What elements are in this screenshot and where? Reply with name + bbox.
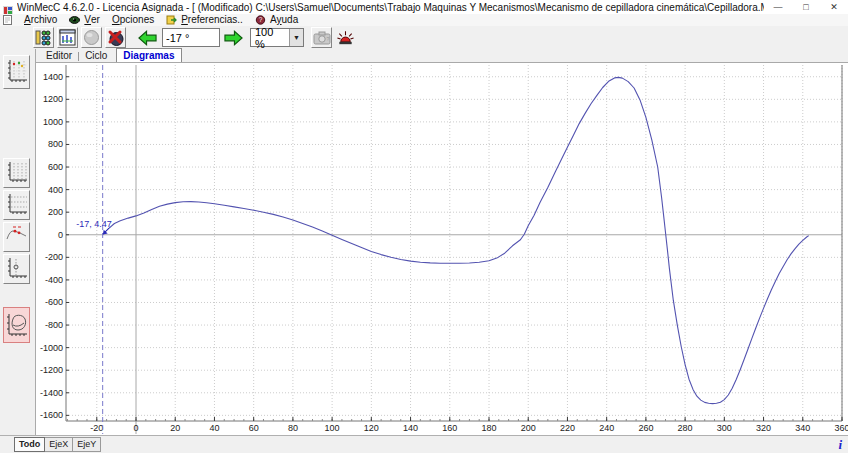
sidebar-button-horizontal-grid[interactable] xyxy=(3,190,30,220)
menu-ver[interactable]: Ver xyxy=(63,14,106,26)
svg-text:400: 400 xyxy=(48,185,63,195)
svg-text:140: 140 xyxy=(403,423,418,433)
sphere-icon xyxy=(83,29,100,46)
info-icon[interactable]: i xyxy=(838,437,842,453)
green-left-arrow-icon xyxy=(138,29,157,47)
diagram-window-icon xyxy=(59,29,76,46)
svg-text:40: 40 xyxy=(209,423,219,433)
app-icon xyxy=(3,2,13,12)
svg-text:800: 800 xyxy=(48,139,63,149)
svg-text:1000: 1000 xyxy=(43,117,63,127)
diagram-multi-curves-icon xyxy=(6,59,28,85)
preferences-icon xyxy=(166,15,177,25)
menubar: Archivo Ver Opciones Preferencias.. ? Ay… xyxy=(0,14,848,26)
diagram-panel[interactable]: -200204060801001201401601802002202402602… xyxy=(36,62,848,435)
svg-text:100: 100 xyxy=(325,423,340,433)
tab-diagramas[interactable]: Diagramas xyxy=(116,48,181,62)
diagram-vertical-grid-icon xyxy=(6,161,28,185)
mechanism-icon xyxy=(35,29,52,46)
window-title: WinMecC 4.6.2.0 - Licencia Asignada - [ … xyxy=(17,2,764,13)
stop-x-icon xyxy=(107,29,125,47)
diagram-curve xyxy=(103,77,809,403)
diagram-type-sidebar xyxy=(0,49,36,435)
snapshot-button-disabled[interactable]: ? xyxy=(311,27,332,48)
chart-gridlines xyxy=(66,65,842,421)
help-icon: ? xyxy=(255,15,266,25)
zoom-combobox[interactable]: 100 % ▼ xyxy=(250,28,304,47)
sidebar-button-curve-values[interactable] xyxy=(3,222,30,252)
sidebar-button-point-coordinates[interactable] xyxy=(3,254,30,284)
svg-text:0: 0 xyxy=(58,230,63,240)
svg-text:1200: 1200 xyxy=(43,94,63,104)
svg-text:0: 0 xyxy=(134,423,139,433)
svg-text:80: 80 xyxy=(288,423,298,433)
angle-forward-button[interactable] xyxy=(223,27,244,48)
y-axis-labels: -1600-1400-1200-1000-800-600-400-2000200… xyxy=(40,72,63,421)
menu-archivo[interactable]: Archivo xyxy=(18,14,63,26)
eye-icon xyxy=(69,15,80,25)
svg-text:200: 200 xyxy=(521,423,536,433)
tab-ejex[interactable]: EjeX xyxy=(44,437,73,452)
view-tabs: Editor Ciclo Diagramas xyxy=(36,49,848,62)
svg-text:200: 200 xyxy=(48,207,63,217)
window-controls: — □ ✕ xyxy=(764,0,848,14)
zoom-value: 100 % xyxy=(251,26,289,50)
diagram-point-coordinate-icon xyxy=(6,257,28,281)
svg-text:220: 220 xyxy=(560,423,575,433)
tab-editor[interactable]: Editor xyxy=(40,50,78,62)
sidebar-button-closed-trajectory[interactable] xyxy=(3,307,30,343)
maximize-button[interactable]: □ xyxy=(792,0,820,14)
diagram-chart[interactable]: -200204060801001201401601802002202402602… xyxy=(36,63,848,435)
chart-axes xyxy=(66,65,842,434)
tab-todo[interactable]: Todo xyxy=(14,437,45,452)
menu-preferencias[interactable]: Preferencias.. xyxy=(160,14,249,26)
x-axis-labels: -200204060801001201401601802002202402602… xyxy=(90,423,848,433)
tab-ciclo[interactable]: Ciclo xyxy=(79,50,113,62)
svg-text:260: 260 xyxy=(638,423,653,433)
marker-annotation: -17, 4.47 xyxy=(76,219,112,235)
chevron-down-icon[interactable]: ▼ xyxy=(289,29,303,46)
svg-text:-1000: -1000 xyxy=(40,343,63,353)
svg-text:160: 160 xyxy=(442,423,457,433)
stop-button[interactable] xyxy=(105,27,126,48)
minimize-button[interactable]: — xyxy=(764,0,792,14)
toolbar: 100 % ▼ ? xyxy=(0,26,848,49)
svg-text:180: 180 xyxy=(481,423,496,433)
diagrams-window-button[interactable] xyxy=(57,27,78,48)
chart-ticks xyxy=(66,77,842,421)
mechanism-editor-button[interactable] xyxy=(33,27,54,48)
svg-text:1400: 1400 xyxy=(43,72,63,82)
svg-text:-600: -600 xyxy=(45,297,63,307)
tab-ejey[interactable]: EjeY xyxy=(72,437,101,452)
svg-text:340: 340 xyxy=(795,423,810,433)
svg-text:320: 320 xyxy=(756,423,771,433)
svg-text:-1400: -1400 xyxy=(40,388,63,398)
bottom-bar: Todo EjeX EjeY i xyxy=(0,435,848,453)
axis-tabs: Todo EjeX EjeY xyxy=(14,437,100,452)
close-button[interactable]: ✕ xyxy=(820,0,848,14)
angle-input[interactable] xyxy=(162,28,220,47)
diagram-curve-points-icon xyxy=(6,225,28,249)
svg-text:120: 120 xyxy=(364,423,379,433)
svg-text:300: 300 xyxy=(717,423,732,433)
alarm-button[interactable] xyxy=(335,27,356,48)
mdi-child-window-icon[interactable] xyxy=(3,15,12,25)
svg-text:360: 360 xyxy=(834,423,848,433)
diagram-horizontal-grid-icon xyxy=(6,193,28,217)
sphere-button-disabled[interactable] xyxy=(81,27,102,48)
menu-ayuda[interactable]: ? Ayuda xyxy=(249,14,304,26)
svg-text:60: 60 xyxy=(249,423,259,433)
camera-icon: ? xyxy=(313,30,331,46)
sidebar-button-multi-diagrams[interactable] xyxy=(3,55,30,89)
sidebar-button-vertical-grid[interactable] xyxy=(3,158,30,188)
angle-back-button[interactable] xyxy=(137,27,158,48)
svg-text:-1200: -1200 xyxy=(40,365,63,375)
svg-text:-1600: -1600 xyxy=(40,410,63,420)
green-right-arrow-icon xyxy=(224,29,243,47)
svg-text:-17, 4.47: -17, 4.47 xyxy=(76,219,112,229)
svg-text:?: ? xyxy=(326,36,329,42)
svg-text:600: 600 xyxy=(48,162,63,172)
menu-opciones[interactable]: Opciones xyxy=(106,14,160,26)
svg-text:20: 20 xyxy=(170,423,180,433)
svg-text:-400: -400 xyxy=(45,275,63,285)
